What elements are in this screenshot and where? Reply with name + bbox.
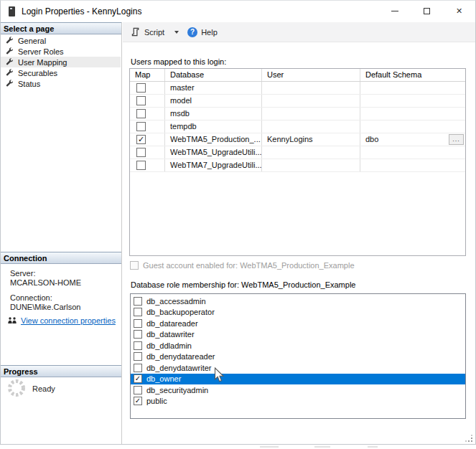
role-label: db_datawriter <box>146 330 195 339</box>
column-header-default-schema[interactable]: Default Schema <box>360 69 465 81</box>
connection-label: Connection: <box>10 293 52 302</box>
view-connection-properties[interactable]: View connection properties <box>7 316 116 325</box>
window-controls: ✕ <box>378 1 475 22</box>
table-row[interactable]: WebTMA5_UpgradeUtili... <box>130 146 465 159</box>
table-row[interactable]: master <box>130 82 465 95</box>
sidebar: Select a page General Server Roles User … <box>1 22 122 444</box>
role-label: db_owner <box>146 374 181 383</box>
role-item-db-securityadmin[interactable]: db_securityadmin <box>131 384 465 396</box>
column-header-user[interactable]: User <box>262 69 360 81</box>
sidebar-item-label: Status <box>18 80 40 88</box>
close-button[interactable]: ✕ <box>443 1 475 22</box>
sidebar-item-user-mapping[interactable]: User Mapping <box>1 57 121 67</box>
sidebar-item-status[interactable]: Status <box>1 78 121 89</box>
server-label: Server: <box>10 269 35 278</box>
role-item-db-backupoperator[interactable]: db_backupoperator <box>131 307 465 318</box>
role-label: db_ddladmin <box>146 341 192 350</box>
minimize-button[interactable] <box>378 1 411 22</box>
role-item-db-denydatareader[interactable]: db_denydatareader <box>131 351 465 363</box>
user-cell <box>262 95 360 107</box>
help-button[interactable]: ? Help <box>184 25 221 39</box>
table-row[interactable]: ✓WebTMA5_Production_...KennyLoginsdbo... <box>130 133 465 146</box>
role-item-db-accessadmin[interactable]: db_accessadmin <box>131 296 465 307</box>
database-cell: msdb <box>165 108 262 120</box>
role-checkbox[interactable]: ✓ <box>134 374 142 383</box>
role-checkbox[interactable] <box>134 352 142 361</box>
sidebar-item-general[interactable]: General <box>1 35 121 46</box>
help-icon: ? <box>187 27 197 37</box>
role-label: db_accessadmin <box>146 297 206 306</box>
table-row[interactable]: tempdb <box>130 120 465 133</box>
default-schema-cell <box>360 159 465 171</box>
database-cell: WebTMA5_UpgradeUtili... <box>165 146 262 159</box>
user-cell <box>262 108 360 120</box>
role-item-db-datareader[interactable]: db_datareader <box>131 318 465 329</box>
map-checkbox[interactable] <box>136 109 146 118</box>
sidebar-item-label: General <box>18 37 46 45</box>
minimize-icon <box>391 11 398 11</box>
database-cell: WebTMA7_UpgradeUtili... <box>165 159 262 171</box>
sidebar-item-securables[interactable]: Securables <box>1 67 121 78</box>
wrench-icon <box>6 37 14 44</box>
role-checkbox[interactable] <box>134 330 142 339</box>
user-cell: KennyLogins <box>262 133 360 146</box>
role-checkbox[interactable] <box>134 308 142 316</box>
map-checkbox[interactable] <box>136 83 146 93</box>
screen-edge-artifact <box>368 446 378 448</box>
sidebar-item-server-roles[interactable]: Server Roles <box>1 46 121 57</box>
resize-grip[interactable] <box>465 435 473 443</box>
users-mapped-label: Users mapped to this login: <box>131 57 226 66</box>
role-checkbox[interactable]: ✓ <box>134 397 142 405</box>
help-button-label: Help <box>201 28 218 37</box>
role-item-db-ddladmin[interactable]: db_ddladmin <box>131 340 465 351</box>
default-schema-cell <box>360 108 465 120</box>
map-checkbox[interactable] <box>136 96 146 105</box>
role-item-db-denydatawriter[interactable]: db_denydatawriter <box>131 362 465 374</box>
window-icon <box>9 6 15 16</box>
role-item-public[interactable]: ✓public <box>131 396 465 407</box>
map-checkbox[interactable] <box>136 148 146 157</box>
wrench-icon <box>6 80 14 88</box>
screen: Login Properties - KennyLogins ✕ Select … <box>0 0 476 449</box>
sidebar-item-label: Securables <box>18 69 57 77</box>
table-row[interactable]: WebTMA7_UpgradeUtili... <box>130 159 465 172</box>
table-row[interactable]: model <box>130 95 465 108</box>
role-label: db_securityadmin <box>146 386 208 394</box>
column-header-database[interactable]: Database <box>165 69 262 81</box>
script-button-label: Script <box>144 28 164 37</box>
script-dropdown-button[interactable] <box>169 29 182 36</box>
table-row[interactable]: msdb <box>130 108 465 120</box>
titlebar: Login Properties - KennyLogins ✕ <box>1 1 475 22</box>
role-list: db_accessadmindb_backupoperatordb_datare… <box>130 293 466 419</box>
schema-browse-button[interactable]: ... <box>449 134 464 145</box>
screen-edge-artifact <box>260 446 279 448</box>
map-checkbox[interactable] <box>136 161 146 170</box>
connection-header: Connection <box>1 252 121 264</box>
map-cell <box>130 159 165 171</box>
role-item-db-datawriter[interactable]: db_datawriter <box>131 329 465 341</box>
wrench-icon <box>6 69 14 77</box>
map-cell <box>130 82 165 94</box>
default-schema-cell <box>360 95 465 107</box>
role-checkbox[interactable] <box>134 364 142 372</box>
grid-header-row: MapDatabaseUserDefault Schema <box>130 69 465 82</box>
role-item-db-owner[interactable]: ✓db_owner <box>131 374 465 385</box>
view-connection-properties-link[interactable]: View connection properties <box>21 316 116 325</box>
role-checkbox[interactable] <box>134 319 142 328</box>
map-checkbox[interactable] <box>136 122 146 131</box>
screen-edge-artifact <box>314 446 330 448</box>
map-checkbox[interactable]: ✓ <box>136 135 146 144</box>
maximize-button[interactable] <box>411 1 443 22</box>
script-button[interactable]: Script <box>128 25 168 39</box>
role-checkbox[interactable] <box>134 386 142 394</box>
database-cell: WebTMA5_Production_... <box>165 133 262 146</box>
guest-account-label: Guest account enabled for: WebTMA5_Produ… <box>143 261 355 270</box>
role-label: db_denydatareader <box>146 352 215 361</box>
guest-account-row: Guest account enabled for: WebTMA5_Produ… <box>130 261 355 270</box>
role-checkbox[interactable] <box>134 341 142 350</box>
login-properties-window: Login Properties - KennyLogins ✕ Select … <box>0 0 476 445</box>
map-cell: ✓ <box>130 133 165 146</box>
role-checkbox[interactable] <box>134 297 142 306</box>
column-header-map[interactable]: Map <box>130 69 165 81</box>
script-icon <box>131 27 141 37</box>
